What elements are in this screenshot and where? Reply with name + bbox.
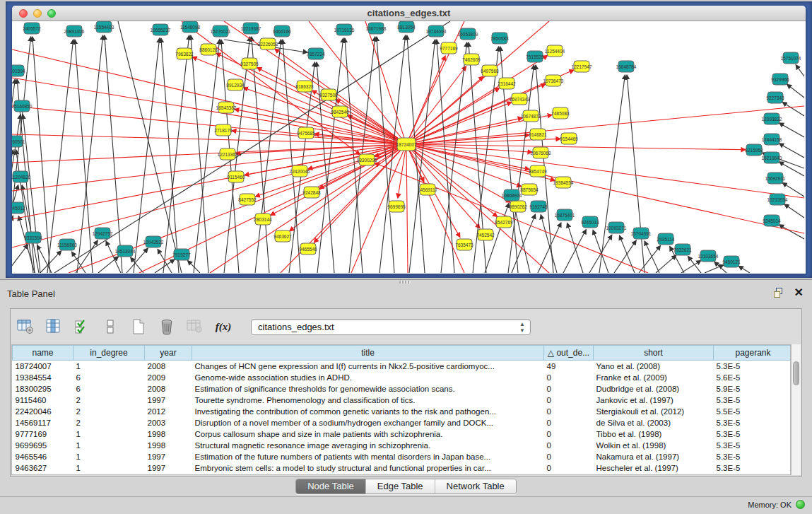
network-node[interactable]: 11156863 <box>57 239 77 250</box>
tab-edge-table[interactable]: Edge Table <box>365 479 435 493</box>
column-header-year[interactable]: year <box>145 346 192 361</box>
table-cell[interactable]: 1 <box>73 440 145 451</box>
table-cell[interactable]: de Silva et al. (2003) <box>594 417 714 428</box>
table-cell[interactable]: 0 <box>544 462 594 474</box>
network-node[interactable]: 9890262 <box>509 201 527 212</box>
table-cell[interactable]: 9777169 <box>13 428 73 440</box>
network-node[interactable]: 9245013 <box>581 216 599 228</box>
network-node[interactable]: 7963822 <box>175 48 194 59</box>
network-node[interactable]: 8215958 <box>745 144 763 156</box>
table-cell[interactable]: Corpus callosum shape and size in male p… <box>192 428 544 440</box>
row-height-icon[interactable] <box>100 316 121 337</box>
network-node[interactable]: 8860128 <box>199 44 218 55</box>
network-node[interactable]: 18300295 <box>357 154 377 165</box>
network-node[interactable]: 29676068 <box>531 147 551 158</box>
network-node[interactable]: 9777169 <box>440 42 458 54</box>
network-node[interactable]: 12444158 <box>762 134 782 145</box>
network-node[interactable]: 9699695 <box>387 201 406 212</box>
table-cell[interactable]: Genome-wide association studies in ADHD. <box>192 372 544 383</box>
table-cell[interactable]: 18300295 <box>13 383 73 395</box>
network-node[interactable]: 7635473 <box>455 239 473 250</box>
table-cell[interactable]: Franke et al. (2009) <box>594 372 714 383</box>
table-cell[interactable]: Tourette syndrome. Phenomenology and cla… <box>192 395 544 406</box>
table-row[interactable]: 1872400712008Changes of HCN gene express… <box>13 361 792 372</box>
network-node[interactable]: 9327505 <box>240 58 259 69</box>
network-node[interactable]: 22420046 <box>290 165 310 177</box>
table-cell[interactable]: 9465546 <box>13 451 73 462</box>
table-cell[interactable]: Stergiakouli et al. (2012) <box>594 406 714 417</box>
network-node[interactable]: 15704391 <box>631 228 652 239</box>
table-cell[interactable]: 5.3E-5 <box>714 462 792 474</box>
table-cell[interactable]: 9463627 <box>13 462 73 474</box>
table-selector-dropdown[interactable]: citations_edges.txt ▲▼ <box>251 319 531 335</box>
network-node[interactable]: 9192745 <box>529 201 548 212</box>
network-node[interactable]: 7850583 <box>490 33 509 44</box>
network-node[interactable]: 9331594 <box>24 232 42 243</box>
table-cell[interactable]: Wolkin et al. (1998) <box>594 440 714 451</box>
selection-mode-icon[interactable] <box>71 316 93 337</box>
table-cell[interactable]: 6 <box>73 372 145 383</box>
network-node[interactable]: 8912934 <box>226 79 245 90</box>
network-node[interactable]: 25160850 <box>12 100 33 112</box>
network-node[interactable]: 20891406 <box>64 25 85 37</box>
network-node[interactable]: 8875654 <box>520 184 539 195</box>
network-node[interactable]: 9465546 <box>299 243 317 255</box>
network-node[interactable]: 9146821 <box>529 129 547 140</box>
table-cell[interactable]: 0 <box>544 372 594 383</box>
table-cell[interactable]: 22420046 <box>13 406 73 417</box>
network-node[interactable]: 19384554 <box>553 177 574 188</box>
table-row[interactable]: 911546021997Tourette syndrome. Phenomeno… <box>13 395 792 406</box>
network-node[interactable]: 11204820 <box>12 171 31 182</box>
close-panel-icon[interactable]: ✕ <box>794 287 804 298</box>
network-node[interactable]: 7919277 <box>172 249 191 260</box>
new-column-icon[interactable] <box>128 316 149 337</box>
network-node[interactable]: 2316442 <box>498 78 516 89</box>
show-columns-icon[interactable] <box>43 316 64 337</box>
table-cell[interactable]: Yano et al. (2008) <box>594 361 714 372</box>
network-node[interactable]: 9475685 <box>297 127 315 139</box>
table-cell[interactable]: 5.5E-5 <box>714 406 792 417</box>
tab-node-table[interactable]: Node Table <box>296 479 365 493</box>
table-cell[interactable]: 0 <box>544 417 594 428</box>
table-cell[interactable]: 5.6E-5 <box>714 372 792 383</box>
column-header-name[interactable]: name <box>13 346 73 361</box>
table-row[interactable]: 1456911722003Disruption of a novel membe… <box>13 417 792 428</box>
table-cell[interactable]: 18724007 <box>13 361 73 372</box>
network-node[interactable]: 15751074 <box>781 52 801 64</box>
network-node[interactable]: 9245012 <box>12 202 25 214</box>
network-node[interactable]: 9463627 <box>273 230 292 242</box>
network-graph[interactable]: 2222605893275058912934165433822718176122… <box>12 21 804 273</box>
network-node[interactable]: 12093832 <box>762 113 782 124</box>
tab-network-table[interactable]: Network Table <box>435 479 516 493</box>
network-node[interactable]: 12213363 <box>218 148 238 160</box>
network-node[interactable]: 19734093 <box>426 25 447 37</box>
network-node[interactable]: 7857224 <box>307 48 325 59</box>
table-cell[interactable]: Hescheler et al. (1997) <box>594 462 714 474</box>
network-node[interactable]: 22226058 <box>258 38 278 49</box>
delete-column-icon[interactable] <box>156 316 177 337</box>
network-node[interactable]: 12217947 <box>572 61 592 72</box>
network-node[interactable]: 7932621 <box>673 244 692 255</box>
network-canvas[interactable]: 2222605893275058912934165433822718176122… <box>12 21 804 273</box>
table-cell[interactable]: 5.3E-5 <box>714 440 792 451</box>
network-node[interactable]: 7462609 <box>462 54 481 65</box>
table-cell[interactable]: Estimation of the future numbers of pati… <box>192 451 544 462</box>
table-cell[interactable]: 9115460 <box>13 395 73 406</box>
table-cell[interactable]: 0 <box>544 451 594 462</box>
network-node[interactable]: 10655237 <box>151 24 171 35</box>
network-node[interactable]: 8186328 <box>295 81 314 92</box>
table-cell[interactable]: Investigating the contribution of common… <box>192 406 544 417</box>
network-node[interactable]: 9154469 <box>560 133 578 144</box>
table-row[interactable]: 2242004622012Investigating the contribut… <box>13 406 792 417</box>
column-header-title[interactable]: title <box>192 346 544 361</box>
network-node[interactable]: 11548098 <box>180 21 201 33</box>
table-row[interactable]: 946362711997Embryonic stem cells: a mode… <box>13 462 792 474</box>
network-node[interactable]: 16210643 <box>762 152 782 163</box>
network-node[interactable]: 10674873 <box>521 110 541 122</box>
table-cell[interactable]: 1998 <box>145 428 192 440</box>
table-cell[interactable]: 0 <box>544 395 594 406</box>
table-cell[interactable]: 49 <box>544 361 594 372</box>
table-cell[interactable]: 0 <box>544 406 594 417</box>
table-cell[interactable]: 0 <box>544 383 594 395</box>
table-cell[interactable]: 0 <box>544 428 594 440</box>
